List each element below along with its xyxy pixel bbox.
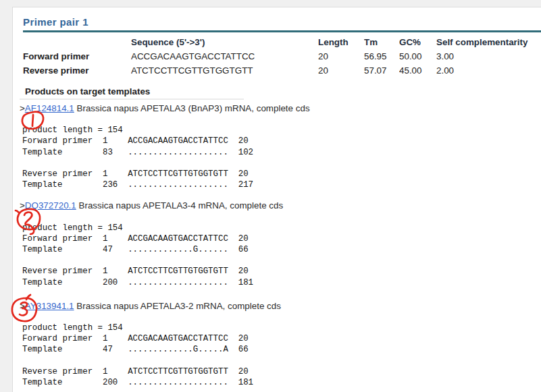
col-header-empty <box>23 35 131 49</box>
product-entry-1-description: >AF124814.1 Brassica napus APETALA3 (BnA… <box>20 103 541 114</box>
col-header-tm: Tm <box>364 35 399 49</box>
forward-primer-gc: 50.00 <box>399 49 436 63</box>
fasta-prefix-3: > <box>20 301 25 311</box>
alignment-block-3: product length = 154 Forward primer 1 AC… <box>22 312 541 388</box>
alignment-block-1: product length = 154 Forward primer 1 AC… <box>22 114 541 190</box>
reverse-primer-gc: 45.00 <box>399 63 436 78</box>
col-header-gc: GC% <box>399 35 436 49</box>
reverse-primer-self-complementarity: 2.00 <box>436 63 541 78</box>
col-header-length: Length <box>318 35 364 49</box>
accession-link-DQ372720[interactable]: DQ372720.1 <box>25 200 76 211</box>
reverse-primer-tm: 57.07 <box>364 63 399 78</box>
col-header-sequence: Sequence (5'->3') <box>131 35 318 49</box>
reverse-primer-sequence: ATCTCCTTCGTTGTGGTGTT <box>131 63 318 78</box>
forward-primer-row: Forward primer ACCGACAAGTGACCTATTCC 20 5… <box>23 49 541 63</box>
product-entry-3-description: >AY313941.1 Brassica napus APETALA3-2 mR… <box>20 300 541 312</box>
results-panel: Primer pair 1 Sequence (5'->3') Length T… <box>12 7 541 392</box>
product-title-1: Brassica napus APETALA3 (BnAP3) mRNA, co… <box>74 103 310 113</box>
reverse-primer-length: 20 <box>318 63 364 78</box>
forward-primer-self-complementarity: 3.00 <box>436 49 541 63</box>
accession-link-AY313941[interactable]: AY313941.1 <box>25 301 74 311</box>
fasta-prefix-2: > <box>20 200 25 211</box>
forward-primer-label: Forward primer <box>23 49 131 63</box>
primer-blast-results-page: { "colors": { "title_blue": "#336699", "… <box>0 0 541 392</box>
fasta-prefix-1: > <box>20 103 25 113</box>
alignment-block-2: product length = 154 Forward primer 1 AC… <box>22 211 541 287</box>
product-title-3: Brassica napus APETALA3-2 mRNA, complete… <box>74 301 281 311</box>
accession-link-AF124814[interactable]: AF124814.1 <box>25 103 74 113</box>
forward-primer-length: 20 <box>318 49 364 63</box>
products-on-target-templates-heading: Products on target templates <box>25 86 541 97</box>
primer-pair-title: Primer pair 1 <box>23 16 541 28</box>
forward-primer-tm: 56.95 <box>364 49 399 63</box>
forward-primer-sequence: ACCGACAAGTGACCTATTCC <box>131 49 318 63</box>
product-title-2: Brassica napus APETALA3-4 mRNA, complete… <box>76 200 283 211</box>
table-header-row: Sequence (5'->3') Length Tm GC% Self com… <box>23 35 541 49</box>
title-rule <box>23 30 541 32</box>
heading-divider <box>20 99 244 100</box>
primer-pair-table: Sequence (5'->3') Length Tm GC% Self com… <box>23 35 541 78</box>
col-header-self-complementarity: Self complementarity <box>436 35 541 49</box>
reverse-primer-row: Reverse primer ATCTCCTTCGTTGTGGTGTT 20 5… <box>23 63 541 78</box>
product-entry-2-description: >DQ372720.1 Brassica napus APETALA3-4 mR… <box>20 200 541 211</box>
reverse-primer-label: Reverse primer <box>23 63 131 78</box>
